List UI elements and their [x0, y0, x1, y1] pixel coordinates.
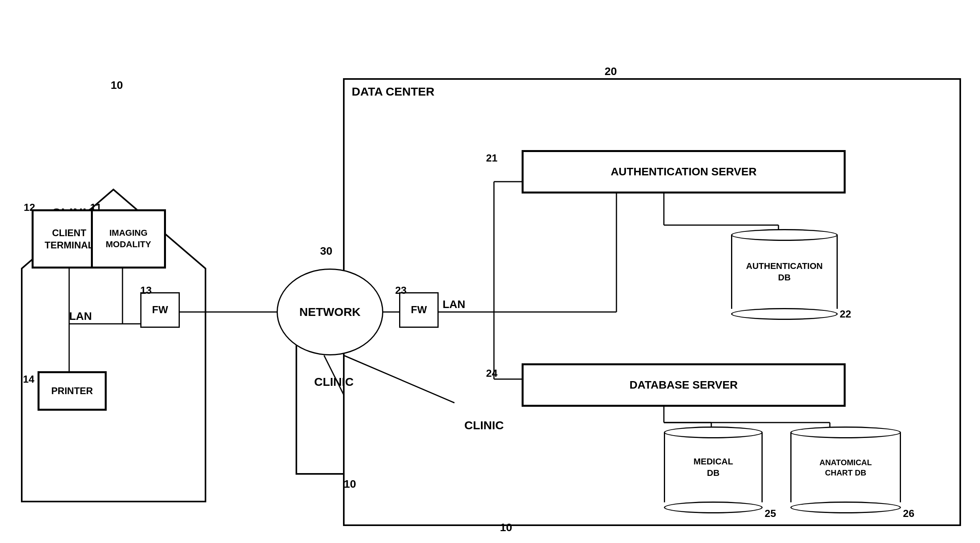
auth-db-cylinder: AUTHENTICATION DB: [731, 229, 838, 320]
lan-right-label: LAN: [443, 298, 466, 311]
imaging-modality-id: 11: [90, 201, 102, 214]
clinic3-id: 10: [500, 521, 512, 534]
lan-left-label: LAN: [69, 310, 92, 323]
printer-id: 14: [23, 373, 34, 385]
data-center-id: 20: [605, 65, 617, 78]
fw-right-id: 23: [395, 284, 407, 297]
fw-left-id: 13: [140, 284, 152, 297]
clinic3-label: CLINIC: [464, 419, 504, 432]
auth-server-box: AUTHENTICATION SERVER: [522, 150, 846, 194]
svg-marker-2: [447, 316, 565, 517]
auth-db-id: 22: [840, 308, 851, 320]
svg-line-12: [344, 355, 454, 403]
network-id: 30: [320, 245, 332, 257]
diagram: CLINIC 10 CLIENT TERMINAL 12 IMAGING MOD…: [0, 0, 980, 543]
auth-db-bottom: [731, 308, 838, 320]
auth-server-id: 21: [486, 152, 498, 164]
imaging-modality-box: IMAGING MODALITY: [91, 209, 166, 269]
db-server-box: DATABASE SERVER: [522, 363, 846, 407]
client-terminal-id: 12: [24, 201, 35, 214]
anatomical-db-cylinder: ANATOMICAL CHART DB: [790, 427, 901, 513]
auth-db-top: [731, 229, 838, 241]
anatomical-db-bottom: [790, 502, 901, 513]
fw-right-box: FW: [399, 292, 439, 328]
anatomical-db-top: [790, 427, 901, 438]
medical-db-bottom: [664, 502, 763, 513]
data-center-label: DATA CENTER: [352, 85, 434, 98]
network-ellipse: NETWORK: [277, 269, 383, 355]
clinic2-label: CLINIC: [314, 375, 354, 389]
auth-db-body: AUTHENTICATION DB: [731, 235, 838, 309]
clinic2-id: 10: [344, 478, 356, 490]
medical-db-body: MEDICAL DB: [664, 432, 763, 502]
clinic-main-id: 10: [111, 79, 123, 92]
anatomical-db-body: ANATOMICAL CHART DB: [790, 432, 901, 502]
medical-db-top: [664, 427, 763, 438]
anatomical-db-id: 26: [903, 507, 914, 520]
db-server-id: 24: [486, 367, 498, 380]
printer-box: PRINTER: [38, 371, 107, 411]
fw-left-box: FW: [140, 292, 180, 328]
medical-db-cylinder: MEDICAL DB: [664, 427, 763, 513]
medical-db-id: 25: [765, 507, 776, 520]
